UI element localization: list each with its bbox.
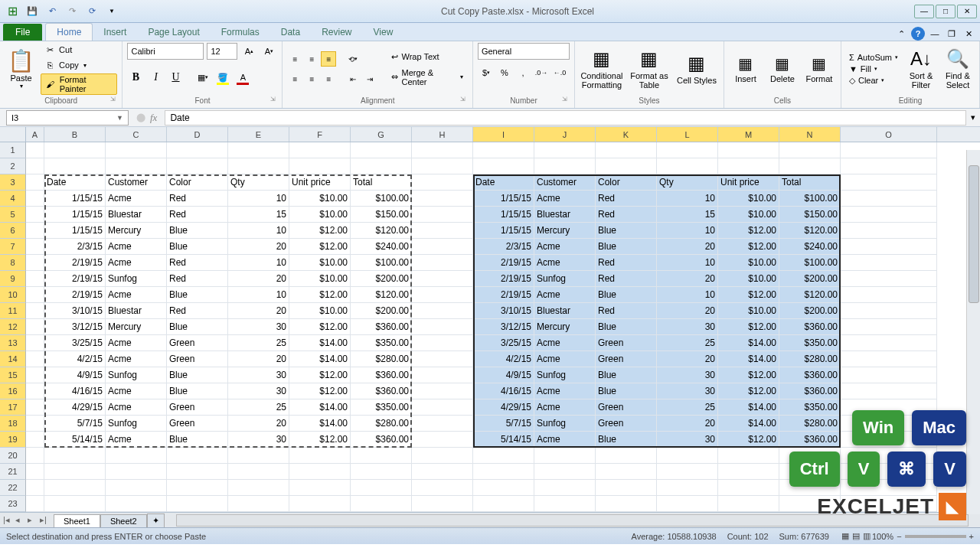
row-header-3[interactable]: 3 (0, 174, 26, 191)
cell-E14[interactable]: 20 (228, 351, 289, 367)
cell-E21[interactable] (228, 464, 289, 480)
cell-K9[interactable]: Red (596, 271, 657, 287)
cell-L22[interactable] (657, 480, 718, 496)
row-header-23[interactable]: 23 (0, 496, 26, 512)
cell-D9[interactable]: Red (167, 271, 228, 287)
name-box[interactable]: I3 ▼ (6, 110, 129, 126)
cell-A16[interactable] (26, 383, 44, 399)
cell-G16[interactable]: $360.00 (351, 383, 412, 399)
cell-N5[interactable]: $150.00 (779, 207, 841, 223)
cell-C14[interactable]: Acme (106, 351, 167, 367)
cell-L1[interactable] (657, 142, 718, 158)
cell-F16[interactable]: $12.00 (289, 383, 351, 399)
cell-J18[interactable]: Sunfog (534, 416, 596, 432)
cell-C19[interactable]: Acme (106, 432, 167, 448)
cell-N16[interactable]: $360.00 (779, 383, 841, 399)
cell-F6[interactable]: $12.00 (289, 223, 351, 239)
cell-J13[interactable]: Acme (534, 335, 596, 351)
cell-F13[interactable]: $14.00 (289, 335, 351, 351)
cell-C18[interactable]: Sunfog (106, 416, 167, 432)
cell-C21[interactable] (106, 464, 167, 480)
cell-E2[interactable] (228, 158, 289, 174)
cell-J6[interactable]: Mercury (534, 223, 596, 239)
minimize-ribbon-icon[interactable]: ⌃ (894, 28, 908, 40)
cell-K8[interactable]: Red (596, 255, 657, 271)
copy-button[interactable]: ⎘Copy▾ (41, 58, 117, 72)
cell-C9[interactable]: Sunfog (106, 271, 167, 287)
row-header-6[interactable]: 6 (0, 223, 26, 239)
align-center-icon[interactable]: ≡ (304, 71, 319, 86)
cell-N3[interactable]: Total (779, 174, 841, 191)
cell-N15[interactable]: $360.00 (779, 367, 841, 383)
cell-L9[interactable]: 20 (657, 271, 718, 287)
cell-I14[interactable]: 4/2/15 (473, 351, 534, 367)
delete-cells-button[interactable]: ▦Delete (766, 54, 799, 83)
cell-M21[interactable] (718, 464, 779, 480)
cell-I12[interactable]: 3/12/15 (473, 319, 534, 335)
cancel-formula-icon[interactable]: ⬤ (136, 112, 145, 122)
cell-G3[interactable]: Total (351, 174, 412, 191)
cell-M5[interactable]: $10.00 (718, 207, 779, 223)
cell-B5[interactable]: 1/15/15 (44, 207, 106, 223)
cell-I4[interactable]: 1/15/15 (473, 191, 534, 207)
cell-N2[interactable] (779, 158, 841, 174)
cell-A20[interactable] (26, 448, 44, 464)
cell-I20[interactable] (473, 448, 534, 464)
cell-O1[interactable] (841, 142, 937, 158)
cell-B22[interactable] (44, 480, 106, 496)
cell-C20[interactable] (106, 448, 167, 464)
col-header-G[interactable]: G (351, 127, 412, 142)
cell-E17[interactable]: 25 (228, 399, 289, 416)
cell-I15[interactable]: 4/9/15 (473, 367, 534, 383)
cell-K19[interactable]: Blue (596, 432, 657, 448)
cell-A18[interactable] (26, 416, 44, 432)
cell-I10[interactable]: 2/19/15 (473, 287, 534, 303)
cell-M19[interactable]: $12.00 (718, 432, 779, 448)
cell-L16[interactable]: 30 (657, 383, 718, 399)
cell-N14[interactable]: $280.00 (779, 351, 841, 367)
cell-G13[interactable]: $350.00 (351, 335, 412, 351)
col-header-D[interactable]: D (167, 127, 228, 142)
col-header-B[interactable]: B (44, 127, 106, 142)
cell-G14[interactable]: $280.00 (351, 351, 412, 367)
cell-L2[interactable] (657, 158, 718, 174)
cell-G15[interactable]: $360.00 (351, 367, 412, 383)
find-select-button[interactable]: 🔍Find & Select (941, 47, 975, 91)
cell-F2[interactable] (289, 158, 351, 174)
cell-A23[interactable] (26, 496, 44, 512)
cell-M18[interactable]: $14.00 (718, 416, 779, 432)
clear-button[interactable]: ◇Clear▾ (846, 75, 901, 86)
cell-F18[interactable]: $14.00 (289, 416, 351, 432)
cell-M17[interactable]: $14.00 (718, 399, 779, 416)
cell-B19[interactable]: 5/14/15 (44, 432, 106, 448)
align-middle-icon[interactable]: ≡ (304, 51, 319, 67)
cell-C5[interactable]: Bluestar (106, 207, 167, 223)
cell-J10[interactable]: Acme (534, 287, 596, 303)
cell-I3[interactable]: Date (473, 174, 534, 191)
cell-M20[interactable] (718, 448, 779, 464)
scrollbar-thumb[interactable] (969, 165, 979, 303)
cell-L17[interactable]: 25 (657, 399, 718, 416)
cell-H21[interactable] (412, 464, 473, 480)
cell-A12[interactable] (26, 319, 44, 335)
cell-J19[interactable]: Acme (534, 432, 596, 448)
cell-E15[interactable]: 30 (228, 367, 289, 383)
cell-M6[interactable]: $12.00 (718, 223, 779, 239)
row-header-18[interactable]: 18 (0, 416, 26, 432)
cell-M7[interactable]: $12.00 (718, 239, 779, 255)
qat-customize-icon[interactable]: ▼ (103, 3, 121, 20)
cell-O7[interactable] (841, 239, 937, 255)
tab-review[interactable]: Review (311, 24, 362, 41)
cell-H17[interactable] (412, 399, 473, 416)
cell-F4[interactable]: $10.00 (289, 191, 351, 207)
row-header-8[interactable]: 8 (0, 255, 26, 271)
cell-G2[interactable] (351, 158, 412, 174)
new-sheet-button[interactable]: ✦ (147, 514, 165, 527)
cell-A3[interactable] (26, 174, 44, 191)
cell-F9[interactable]: $10.00 (289, 271, 351, 287)
cell-O6[interactable] (841, 223, 937, 239)
cell-K13[interactable]: Green (596, 335, 657, 351)
workbook-minimize-icon[interactable]: — (928, 28, 942, 40)
cell-K12[interactable]: Blue (596, 319, 657, 335)
cell-C6[interactable]: Mercury (106, 223, 167, 239)
